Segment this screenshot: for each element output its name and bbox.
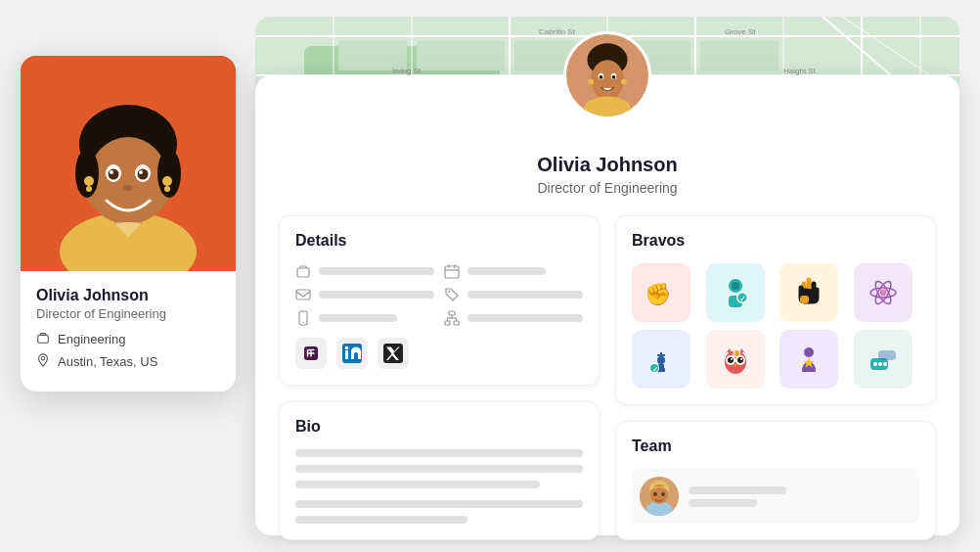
svg-point-136 xyxy=(138,169,149,180)
bio-line-4 xyxy=(295,500,583,508)
svg-point-60 xyxy=(302,322,304,324)
svg-point-141 xyxy=(86,186,92,192)
svg-text:Irving St: Irving St xyxy=(392,67,422,75)
org-icon xyxy=(444,310,460,326)
svg-point-53 xyxy=(600,75,603,79)
calendar-icon xyxy=(444,263,460,279)
svg-text:✓: ✓ xyxy=(652,366,658,373)
floating-card-department: Engineering xyxy=(36,331,220,347)
svg-point-145 xyxy=(41,357,45,361)
bio-content xyxy=(295,449,583,524)
svg-rect-66 xyxy=(449,311,455,315)
detail-row-calendar xyxy=(444,263,583,279)
svg-marker-100 xyxy=(727,348,732,353)
bravo-7[interactable] xyxy=(780,330,838,389)
bio-title: Bio xyxy=(295,418,583,436)
svg-text:!: ! xyxy=(734,350,735,357)
detail-org-placeholder xyxy=(468,314,583,322)
bio-section: Bio xyxy=(279,401,600,540)
svg-point-140 xyxy=(84,176,94,186)
floating-location-text: Austin, Texas, US xyxy=(58,354,157,369)
svg-point-138 xyxy=(139,170,143,174)
social-links xyxy=(295,338,583,369)
detail-row-phone xyxy=(295,310,434,326)
svg-rect-19 xyxy=(417,41,505,70)
svg-text:✓: ✓ xyxy=(739,295,746,303)
team-title: Team xyxy=(632,437,919,455)
detail-email-placeholder xyxy=(319,291,434,299)
svg-rect-75 xyxy=(345,350,348,359)
svg-point-139 xyxy=(123,185,133,191)
detail-cal-placeholder xyxy=(468,267,546,275)
svg-rect-58 xyxy=(296,290,310,299)
svg-point-55 xyxy=(588,79,594,85)
floating-card-title: Director of Engineering xyxy=(36,306,220,321)
bravo-4[interactable] xyxy=(854,263,913,322)
floating-department-text: Engineering xyxy=(58,332,125,346)
floating-card-name: Olivia Johnson xyxy=(36,287,220,304)
floating-card-photo xyxy=(21,56,236,271)
svg-text:Haight St: Haight St xyxy=(783,67,817,75)
team-member-name-placeholder xyxy=(689,486,786,494)
details-section: Details xyxy=(279,215,600,386)
team-member-avatar xyxy=(640,477,679,516)
detail-row-org xyxy=(444,310,583,326)
svg-point-115 xyxy=(878,362,882,366)
svg-rect-95 xyxy=(657,354,665,356)
team-member-row[interactable] xyxy=(632,469,919,524)
svg-point-105 xyxy=(737,357,743,363)
bravo-5[interactable]: ✓ xyxy=(632,330,690,389)
bravo-3[interactable] xyxy=(780,263,838,322)
bravo-2[interactable]: ✓ xyxy=(706,263,765,322)
slack-icon[interactable] xyxy=(295,338,327,369)
detail-phone-placeholder xyxy=(319,314,397,322)
team-member-info xyxy=(689,486,912,507)
linkedin-icon[interactable] xyxy=(336,338,368,369)
svg-point-116 xyxy=(883,362,887,366)
svg-text:Grove St: Grove St xyxy=(725,27,756,36)
location-small-icon xyxy=(36,353,50,370)
svg-rect-61 xyxy=(445,266,459,278)
details-title: Details xyxy=(295,232,583,250)
profile-avatar xyxy=(563,31,651,119)
bio-line-1 xyxy=(295,449,583,457)
bravos-grid: ✊ xyxy=(632,263,919,389)
profile-panel: Olivia Johnson Director of Engineering D… xyxy=(255,75,959,535)
detail-row-company xyxy=(295,263,434,279)
svg-point-76 xyxy=(345,346,349,350)
svg-point-107 xyxy=(740,358,742,360)
profile-name: Olivia Johnson xyxy=(279,154,936,176)
svg-point-135 xyxy=(109,169,119,180)
bravo-6[interactable]: ! xyxy=(706,330,765,389)
bio-line-2 xyxy=(295,465,583,473)
twitter-x-icon[interactable] xyxy=(378,338,409,369)
bravo-1[interactable]: ✊ xyxy=(632,263,690,322)
detail-row-email xyxy=(295,287,434,302)
svg-point-142 xyxy=(162,176,172,186)
floating-card-info: Olivia Johnson Director of Engineering E… xyxy=(21,271,236,391)
svg-point-137 xyxy=(110,170,113,174)
profile-avatar-container xyxy=(563,31,651,119)
floating-card-location: Austin, Texas, US xyxy=(36,353,220,370)
svg-rect-113 xyxy=(878,350,896,360)
svg-rect-86 xyxy=(800,296,809,303)
profile-header: Olivia Johnson Director of Engineering xyxy=(279,144,936,196)
email-icon xyxy=(295,287,311,302)
svg-rect-24 xyxy=(700,41,779,70)
floating-profile-card: Olivia Johnson Director of Engineering E… xyxy=(21,56,236,391)
bravo-8[interactable] xyxy=(854,330,913,389)
svg-point-143 xyxy=(164,186,170,192)
svg-point-65 xyxy=(448,291,450,293)
team-section: Team xyxy=(615,421,936,540)
svg-rect-68 xyxy=(454,321,459,325)
svg-rect-57 xyxy=(297,268,309,277)
briefcase-small-icon xyxy=(36,331,50,347)
detail-company-placeholder xyxy=(319,267,434,275)
detail-tag-placeholder xyxy=(468,291,583,299)
phone-icon xyxy=(295,310,311,326)
briefcase-icon xyxy=(295,263,311,279)
svg-point-130 xyxy=(89,137,167,219)
profile-job-title: Director of Engineering xyxy=(279,180,936,196)
svg-point-106 xyxy=(731,358,733,360)
svg-point-56 xyxy=(621,79,627,85)
